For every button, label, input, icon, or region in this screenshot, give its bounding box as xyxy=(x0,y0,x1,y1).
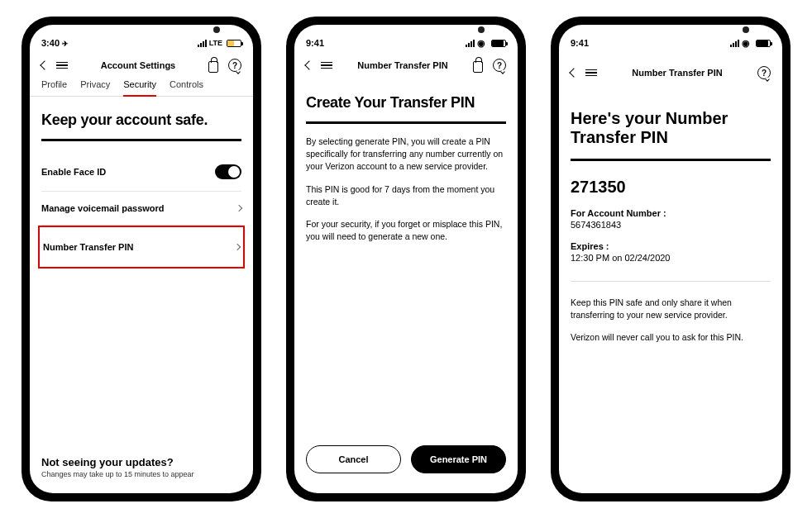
tab-profile[interactable]: Profile xyxy=(41,79,67,96)
generate-pin-button[interactable]: Generate PIN xyxy=(411,445,506,473)
wifi-icon: ◉ xyxy=(477,38,487,48)
camera-dot xyxy=(213,26,220,33)
status-right: LTE xyxy=(198,39,241,47)
paragraph: This PIN is good for 7 days from the mom… xyxy=(306,183,506,208)
heading-rule xyxy=(41,139,241,141)
nav-bar: Number Transfer PIN ? xyxy=(559,53,782,86)
heading-rule xyxy=(306,121,506,124)
phone-frame-2: 9:41 ◉ Number Transfer PIN ? Create Your… xyxy=(286,17,526,501)
section-heading: Keep your account safe. xyxy=(41,112,241,129)
tab-bar: Profile Privacy Security Controls xyxy=(30,79,253,97)
content-area: Create Your Transfer PIN By selecting ge… xyxy=(294,79,518,493)
lock-icon[interactable] xyxy=(473,61,483,73)
expires-label: Expires : xyxy=(571,241,771,251)
footer-note: Not seeing your updates? Changes may tak… xyxy=(41,440,241,478)
phone-frame-1: 3:40 ✈ LTE Account Settings ? Profile Pr… xyxy=(21,17,261,501)
phone-frame-3: 9:41 ◉ Number Transfer PIN ? Here's your… xyxy=(551,17,791,501)
footer-title: Not seeing your updates? xyxy=(41,456,241,468)
status-right: ◉ xyxy=(466,38,506,48)
footer-sub: Changes may take up to 15 minutes to app… xyxy=(41,470,241,478)
expires-value: 12:30 PM on 02/24/2020 xyxy=(571,253,771,263)
row-face-id[interactable]: Enable Face ID xyxy=(41,153,241,192)
battery-icon xyxy=(756,40,771,47)
face-id-toggle[interactable] xyxy=(215,164,241,179)
chevron-right-icon xyxy=(236,205,242,211)
page-title: Number Transfer PIN xyxy=(632,68,722,78)
help-icon[interactable]: ? xyxy=(493,59,506,72)
row-label: Enable Face ID xyxy=(41,167,106,177)
row-label: Manage voicemail password xyxy=(41,203,165,213)
nav-bar: Account Settings ? xyxy=(30,53,253,79)
screen-2: 9:41 ◉ Number Transfer PIN ? Create Your… xyxy=(294,25,518,493)
row-number-transfer-pin[interactable]: Number Transfer PIN xyxy=(43,227,240,267)
divider xyxy=(571,281,771,282)
tab-privacy[interactable]: Privacy xyxy=(80,79,110,96)
highlight-ntp: Number Transfer PIN xyxy=(38,226,245,269)
tab-controls[interactable]: Controls xyxy=(170,79,203,96)
screen-3: 9:41 ◉ Number Transfer PIN ? Here's your… xyxy=(559,25,782,493)
help-icon[interactable]: ? xyxy=(228,59,241,72)
paragraph: By selecting generate PIN, you will crea… xyxy=(306,135,506,173)
signal-icon xyxy=(466,40,475,47)
help-icon[interactable]: ? xyxy=(757,66,771,79)
back-icon[interactable] xyxy=(40,60,49,69)
battery-icon xyxy=(227,40,241,47)
wifi-icon: ◉ xyxy=(742,38,752,48)
menu-icon[interactable] xyxy=(585,69,597,77)
tab-security[interactable]: Security xyxy=(123,79,156,96)
status-time: 3:40 xyxy=(41,38,60,48)
heading-rule xyxy=(571,159,771,161)
camera-dot xyxy=(478,26,485,33)
battery-icon xyxy=(491,40,506,47)
network-label: LTE xyxy=(209,39,222,47)
section-heading: Here's your Number Transfer PIN xyxy=(571,109,771,147)
back-icon[interactable] xyxy=(304,60,313,69)
status-time: 9:41 xyxy=(306,38,324,48)
row-voicemail[interactable]: Manage voicemail password xyxy=(41,192,241,226)
status-right: ◉ xyxy=(730,38,771,48)
button-row: Cancel Generate PIN xyxy=(306,445,506,478)
cancel-button[interactable]: Cancel xyxy=(306,445,401,473)
back-icon[interactable] xyxy=(569,68,578,77)
menu-icon[interactable] xyxy=(321,62,332,69)
nav-bar: Number Transfer PIN ? xyxy=(294,53,518,79)
lock-icon[interactable] xyxy=(208,61,218,73)
screen-1: 3:40 ✈ LTE Account Settings ? Profile Pr… xyxy=(30,25,253,493)
chevron-right-icon xyxy=(234,244,241,250)
paragraph: Keep this PIN safe and only share it whe… xyxy=(571,297,771,321)
account-label: For Account Number : xyxy=(571,208,771,218)
status-time: 9:41 xyxy=(571,38,589,48)
paragraph: Verizon will never call you to ask for t… xyxy=(571,331,771,344)
status-left: 3:40 ✈ xyxy=(41,38,69,48)
content-area: Here's your Number Transfer PIN 271350 F… xyxy=(559,86,782,493)
paragraph: For your security, if you forget or misp… xyxy=(306,218,506,243)
menu-icon[interactable] xyxy=(56,62,68,69)
signal-icon xyxy=(198,40,207,47)
row-label: Number Transfer PIN xyxy=(43,242,133,252)
content-area: Keep your account safe. Enable Face ID M… xyxy=(30,97,253,493)
camera-dot xyxy=(743,26,749,33)
section-heading: Create Your Transfer PIN xyxy=(306,94,506,112)
page-title: Number Transfer PIN xyxy=(357,60,447,70)
account-value: 5674361843 xyxy=(571,220,771,230)
pin-code: 271350 xyxy=(571,178,771,197)
page-title: Account Settings xyxy=(101,60,175,70)
signal-icon xyxy=(730,40,739,47)
location-arrow-icon: ✈ xyxy=(62,40,69,48)
